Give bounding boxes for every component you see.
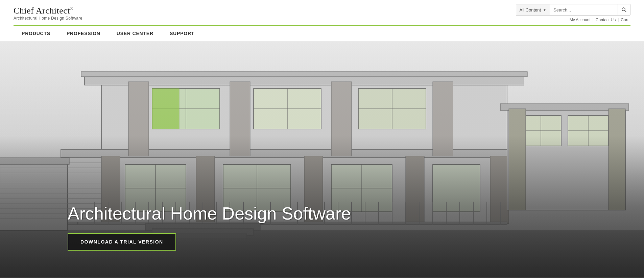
download-trial-button[interactable]: DOWNLOAD A TRIAL VERSION (68, 233, 176, 251)
search-bar: All Content ▼ (516, 4, 631, 16)
logo-name: Chief Architect (14, 6, 70, 16)
nav-item-profession[interactable]: PROFESSION (58, 26, 109, 41)
search-dropdown-label: All Content (520, 7, 541, 12)
my-account-link[interactable]: My Account (568, 18, 593, 22)
site-header: Chief Architect® Architectural Home Desi… (0, 0, 644, 41)
main-nav: PRODUCTS PROFESSION USER CENTER SUPPORT (14, 25, 630, 41)
svg-line-1 (625, 10, 626, 12)
logo-title[interactable]: Chief Architect® (14, 6, 82, 16)
chevron-down-icon: ▼ (543, 8, 546, 12)
search-dropdown[interactable]: All Content ▼ (516, 4, 550, 15)
nav-item-support[interactable]: SUPPORT (162, 26, 202, 41)
nav-item-products[interactable]: PRODUCTS (14, 26, 58, 41)
header-right: All Content ▼ My Account | Contact Us | … (516, 4, 631, 22)
logo-subtitle: Architectural Home Design Software (14, 16, 82, 21)
search-icon (621, 7, 627, 12)
logo-trademark: ® (70, 6, 73, 11)
search-button[interactable] (618, 4, 630, 15)
hero-section: Architectural Home Design Software DOWNL… (0, 41, 644, 278)
hero-content: Architectural Home Design Software DOWNL… (68, 203, 351, 251)
contact-us-link[interactable]: Contact Us (594, 18, 618, 22)
hero-title: Architectural Home Design Software (68, 203, 351, 224)
logo-area: Chief Architect® Architectural Home Desi… (14, 6, 82, 21)
nav-item-user-center[interactable]: USER CENTER (109, 26, 162, 41)
cart-link[interactable]: Cart (619, 18, 630, 22)
header-links: My Account | Contact Us | Cart (568, 18, 630, 22)
svg-point-0 (622, 8, 625, 11)
search-input[interactable] (550, 4, 618, 15)
